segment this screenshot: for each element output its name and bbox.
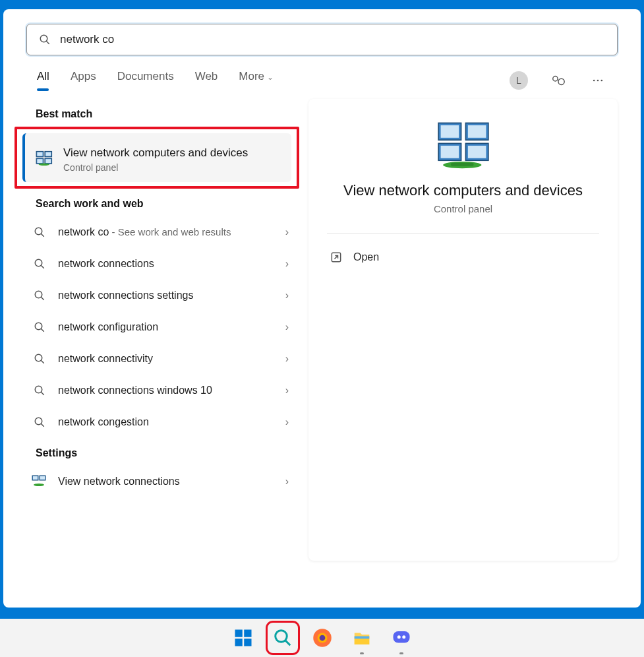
search-bar[interactable]	[26, 24, 618, 55]
search-icon	[32, 319, 47, 335]
web-result-text: network connections settings	[58, 290, 275, 301]
svg-point-0	[40, 35, 47, 42]
web-result[interactable]: network connections windows 10 ›	[26, 375, 295, 406]
search-icon	[32, 256, 47, 272]
search-icon	[32, 351, 47, 367]
web-result-text: network connections windows 10	[58, 385, 275, 396]
chevron-right-icon: ›	[285, 416, 289, 428]
svg-line-25	[41, 360, 44, 363]
divider	[327, 233, 599, 234]
svg-rect-42	[467, 146, 486, 158]
svg-rect-14	[45, 159, 51, 163]
svg-point-6	[601, 80, 603, 82]
network-devices-icon	[36, 149, 54, 168]
web-result[interactable]: network connections ›	[26, 248, 295, 280]
tab-web[interactable]: Web	[195, 70, 218, 91]
filter-tabs: All Apps Documents Web More⌄ L	[26, 70, 618, 91]
settings-result-text: View network connections	[58, 476, 275, 487]
svg-point-24	[35, 354, 42, 361]
network-connections-icon	[32, 474, 47, 489]
svg-line-29	[41, 423, 44, 427]
tab-all[interactable]: All	[37, 70, 49, 91]
best-match-subtitle: Control panel	[63, 162, 248, 173]
chevron-right-icon: ›	[285, 290, 289, 301]
search-input[interactable]	[60, 33, 605, 46]
search-icon	[39, 34, 51, 46]
svg-rect-12	[37, 159, 42, 163]
rewards-icon[interactable]	[549, 71, 568, 90]
user-avatar[interactable]: L	[510, 71, 528, 90]
svg-point-28	[35, 418, 42, 425]
taskbar	[0, 619, 644, 657]
taskbar-file-explorer-icon[interactable]	[349, 625, 374, 650]
svg-rect-46	[235, 630, 242, 637]
svg-line-1	[46, 41, 49, 44]
search-icon	[32, 288, 47, 303]
svg-rect-10	[45, 152, 51, 156]
web-result[interactable]: network connectivity ›	[26, 343, 295, 375]
svg-point-5	[597, 80, 599, 82]
chevron-right-icon: ›	[285, 258, 289, 270]
taskbar-discord-icon[interactable]	[389, 625, 414, 650]
start-button[interactable]	[231, 625, 256, 650]
svg-point-58	[397, 635, 400, 639]
preview-network-icon	[435, 120, 492, 170]
best-match-result[interactable]: View network computers and devices Contr…	[15, 127, 299, 189]
svg-rect-56	[354, 637, 369, 639]
tab-documents[interactable]: Documents	[117, 70, 174, 91]
svg-point-34	[34, 484, 44, 486]
svg-point-59	[402, 635, 405, 639]
more-options-icon[interactable]	[589, 71, 607, 90]
web-result[interactable]: network configuration ›	[26, 311, 295, 343]
svg-point-54	[319, 635, 325, 641]
settings-result[interactable]: View network connections ›	[26, 466, 295, 497]
svg-rect-33	[40, 476, 45, 480]
web-result-text: network connections	[58, 258, 275, 270]
preview-title: View network computers and devices	[327, 182, 599, 199]
svg-line-23	[41, 328, 44, 332]
svg-point-26	[35, 386, 42, 393]
svg-point-15	[39, 164, 49, 166]
taskbar-search-button[interactable]	[270, 625, 295, 650]
svg-line-21	[41, 297, 44, 300]
search-icon	[32, 224, 47, 240]
web-result-text: network co - See work and web results	[58, 226, 275, 238]
search-icon	[32, 383, 47, 398]
chevron-right-icon: ›	[285, 353, 289, 365]
svg-point-3	[558, 78, 564, 84]
chevron-right-icon: ›	[285, 226, 289, 238]
open-action[interactable]: Open	[327, 244, 599, 270]
tab-apps[interactable]: Apps	[71, 70, 96, 91]
tab-more[interactable]: More⌄	[239, 70, 274, 91]
chevron-right-icon: ›	[285, 476, 289, 487]
svg-rect-38	[467, 125, 486, 138]
web-result[interactable]: network connections settings ›	[26, 280, 295, 311]
results-column: Best match View network computers and	[26, 99, 295, 561]
best-match-title: View network computers and devices	[63, 145, 248, 161]
section-best-match: Best match	[36, 108, 295, 120]
search-icon	[32, 414, 47, 430]
svg-rect-49	[244, 639, 251, 646]
svg-rect-44	[451, 163, 473, 166]
open-external-icon	[330, 251, 343, 264]
web-result[interactable]: network congestion ›	[26, 406, 295, 438]
web-result[interactable]: network co - See work and web results ›	[26, 216, 295, 248]
svg-point-22	[35, 323, 42, 330]
chevron-down-icon: ⌄	[267, 73, 274, 82]
search-window: All Apps Documents Web More⌄ L Best matc…	[3, 9, 641, 608]
svg-line-17	[41, 234, 44, 237]
svg-rect-57	[393, 631, 409, 643]
svg-point-2	[553, 77, 558, 81]
open-label: Open	[353, 251, 379, 263]
svg-line-51	[285, 641, 290, 646]
chevron-right-icon: ›	[285, 321, 289, 333]
taskbar-firefox-icon[interactable]	[310, 625, 335, 650]
svg-point-50	[275, 631, 287, 642]
svg-rect-40	[440, 146, 459, 158]
svg-point-16	[35, 228, 42, 235]
section-search-web: Search work and web	[36, 198, 295, 210]
preview-panel: View network computers and devices Contr…	[308, 99, 618, 561]
svg-line-19	[41, 265, 44, 268]
svg-point-20	[35, 291, 42, 298]
web-result-text: network configuration	[58, 321, 275, 333]
